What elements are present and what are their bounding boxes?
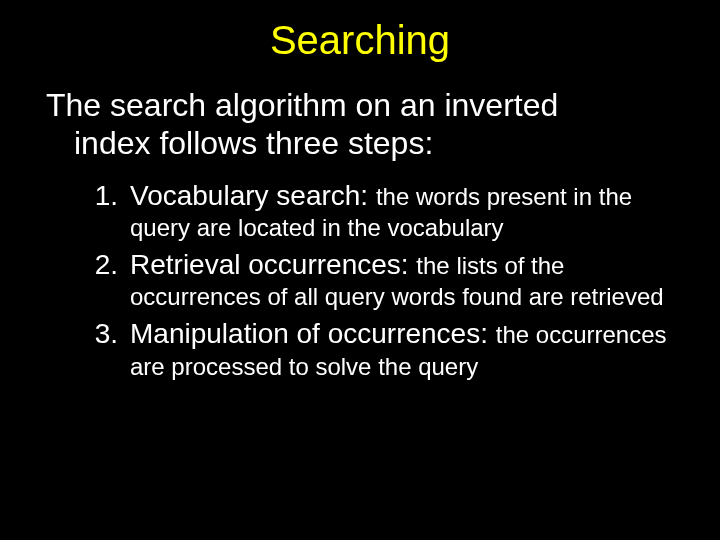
list-body: Vocabulary search: the words present in …: [130, 179, 684, 242]
list-item: 2. Retrieval occurrences: the lists of t…: [70, 248, 684, 317]
ordered-list: 1. Vocabulary search: the words present …: [0, 163, 720, 387]
list-body: Retrieval occurrences: the lists of the …: [130, 248, 684, 311]
list-body: Manipulation of occurrences: the occurre…: [130, 317, 684, 380]
list-item: 1. Vocabulary search: the words present …: [70, 179, 684, 248]
list-number: 1.: [70, 179, 130, 213]
list-number: 2.: [70, 248, 130, 282]
list-term: Retrieval occurrences:: [130, 249, 416, 280]
list-term: Manipulation of occurrences:: [130, 318, 496, 349]
list-term: Vocabulary search:: [130, 180, 376, 211]
intro-line-1: The search algorithm on an inverted: [46, 87, 558, 123]
slide: Searching The search algorithm on an inv…: [0, 0, 720, 540]
list-number: 3.: [70, 317, 130, 351]
list-item: 3. Manipulation of occurrences: the occu…: [70, 317, 684, 386]
intro-text: The search algorithm on an inverted inde…: [0, 87, 720, 163]
intro-line-2: index follows three steps:: [46, 125, 680, 163]
slide-title: Searching: [0, 0, 720, 87]
